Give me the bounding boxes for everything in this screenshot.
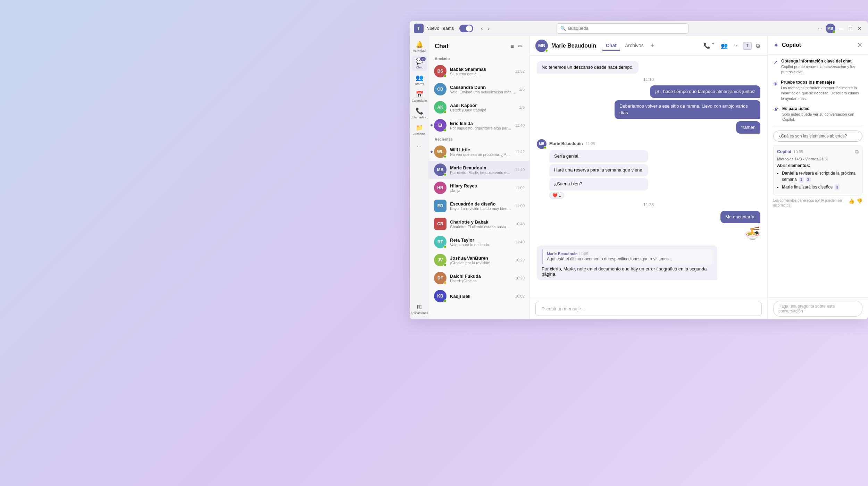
copilot-date-range: Miércoles 14/3 - Viernes 21/3 xyxy=(777,157,859,161)
chat-item-babak[interactable]: BS Babak Shammas Sí, suena genial. 11:32 xyxy=(429,62,529,80)
copilot-items-list: Daniella revisará el script de la próxim… xyxy=(777,170,859,190)
chat-item-cassandra[interactable]: CD Cassandra Dunn Vale. Enviaré una actu… xyxy=(429,80,529,98)
reaction-pill-heart[interactable]: ❤️ 1 xyxy=(549,192,564,199)
avatar-escuadron: ED xyxy=(434,200,446,212)
title-bar: T Nuevo Teams ‹ › 🔍 ··· MB — □ ✕ xyxy=(410,21,868,36)
chat-item-reta[interactable]: RT Reta Taylor Vale, ahora lo entiendo. … xyxy=(429,233,529,251)
thumbs-down-button[interactable]: 👎 xyxy=(857,198,862,204)
msg-bubble-encantaria: Me encantaría. xyxy=(720,211,760,223)
sidebar-item-apps[interactable]: ⊞ Aplicaciones xyxy=(412,301,427,317)
people-button[interactable]: 👥 xyxy=(719,41,730,50)
copilot-copy-button[interactable]: ⧉ xyxy=(855,149,859,155)
chat-header-avatar: MB xyxy=(535,40,548,52)
message-row-mine1: ¡Sí, hace tiempo que tampoco almorzamos … xyxy=(537,85,760,98)
chat-nav-label: Chat xyxy=(416,66,423,69)
chat-list-header: Chat ≡ ✏ xyxy=(429,36,529,54)
sidebar-item-more[interactable]: ··· xyxy=(412,139,427,154)
copilot-action-button[interactable]: ¿Cuáles son los elementos abiertos? xyxy=(773,131,862,142)
nuevo-teams-toggle[interactable] xyxy=(459,25,473,32)
minimize-button[interactable]: — xyxy=(837,24,846,33)
chat-preview-will: No veo que sea un problema. ¿Puedes... xyxy=(450,152,511,157)
calendar-label: Calendario xyxy=(412,99,427,102)
chat-more-button[interactable]: ··· xyxy=(732,41,741,50)
chat-name-eric: Eric Ishida xyxy=(450,121,511,126)
sidebar-item-chat[interactable]: 💬 2 Chat xyxy=(412,56,427,71)
app-window: T Nuevo Teams ‹ › 🔍 ··· MB — □ ✕ xyxy=(410,21,868,319)
copilot-close-button[interactable]: ✕ xyxy=(857,41,862,49)
calendar-icon: 📅 xyxy=(416,91,423,98)
chat-item-marie[interactable]: MB Marie Beaudouin Por cierto, Marie, he… xyxy=(429,161,529,179)
copilot-item-person-1: Daniella xyxy=(782,171,798,176)
add-tab-button[interactable]: + xyxy=(649,41,657,50)
chat-preview-aadi: Usted: ¡Buen trabajo! xyxy=(450,108,516,112)
quoted-message-container: Marie Beaudouin 11:05 Aquí está el últim… xyxy=(537,245,717,280)
back-button[interactable]: ‹ xyxy=(479,24,485,33)
copilot-feature-text-private: Es para usted Solo usted puede ver su co… xyxy=(782,106,862,123)
copilot-open-label: Abrir elementos: xyxy=(777,163,859,168)
search-input[interactable] xyxy=(568,26,685,31)
tab-archivos[interactable]: Archivos xyxy=(621,41,647,51)
chat-item-will[interactable]: WL Will Little No veo que sea un problem… xyxy=(429,143,529,161)
msg-bubble-seria: Sería genial. xyxy=(549,150,648,162)
copilot-feature-title-messages: Pruebe todos los mensajes xyxy=(781,80,862,85)
chat-preview-escuadron: Kayo: La revisión ha ido muy bien. Tengo… xyxy=(450,207,511,211)
sidebar-item-files[interactable]: 📁 Archivos xyxy=(412,122,427,137)
search-icon: 🔍 xyxy=(560,26,566,31)
chat-item-kadji[interactable]: KB Kadji Bell 10:02 xyxy=(429,287,529,305)
chat-item-joshua[interactable]: JV Joshua VanBuren ¡Gracias por la revis… xyxy=(429,251,529,269)
copilot-header: ✦ Copilot ✕ xyxy=(768,36,868,55)
chat-list-title: Chat xyxy=(435,43,507,50)
copilot-divider xyxy=(773,127,862,127)
msg-sender-time: 11:25 xyxy=(586,142,595,146)
new-chat-button[interactable]: ✏ xyxy=(517,42,524,51)
chat-item-aadi[interactable]: AK Aadi Kapoor Usted: ¡Buen trabajo! 2/6 xyxy=(429,98,529,116)
sidebar-item-calendar[interactable]: 📅 Calendario xyxy=(412,89,427,104)
chat-item-hilary[interactable]: HR Hilary Reyes ¡Ja, ja! 11:02 xyxy=(429,179,529,197)
copilot-icon: ✦ xyxy=(773,41,779,49)
avatar-cassandra: CD xyxy=(434,83,446,95)
chat-main: MB Marie Beaudouin Chat Archivos + 📞 ˅ 👥… xyxy=(530,36,767,319)
copilot-badge-1b: 2 xyxy=(806,177,811,183)
calls-label: Llamadas xyxy=(412,116,426,119)
copilot-msg-sender: Copilot xyxy=(777,149,791,154)
thumbs-up-button[interactable]: 👍 xyxy=(849,198,854,204)
close-button[interactable]: ✕ xyxy=(856,24,864,33)
message-bubble-mine2: Deberíamos volver a ese sitio de ramne. … xyxy=(615,100,760,119)
files-label: Archivos xyxy=(413,132,425,136)
chat-item-info-marie: Marie Beaudouin Por cierto, Marie, he ob… xyxy=(450,165,511,175)
popout-button[interactable]: ⧉ xyxy=(754,41,762,50)
forward-button[interactable]: › xyxy=(486,24,492,33)
avatar-babak: BS xyxy=(434,65,446,77)
chat-item-eric[interactable]: EI Eric Ishida Por supuesto, organizaré … xyxy=(429,116,529,134)
quoted-msg: Marie Beaudouin 11:05 Aquí está el últim… xyxy=(542,249,712,264)
copilot-feature-private: 👁 Es para usted Solo usted puede ver su … xyxy=(773,106,862,123)
maximize-button[interactable]: □ xyxy=(847,24,854,33)
avatar-charlotte: CB xyxy=(434,218,446,230)
copilot-feature-desc-messages: Los mensajes permiten obtener fácilmente… xyxy=(781,85,862,101)
tab-chat[interactable]: Chat xyxy=(602,41,620,51)
sidebar-item-calls[interactable]: 📞 Llamadas xyxy=(412,106,427,121)
copilot-input[interactable]: Haga una pregunta sobre esta conversació… xyxy=(773,301,862,317)
noodle-emoji: 🍜 xyxy=(745,226,760,241)
copilot-feature-info: ↗ Obtenga información clave del chat Cop… xyxy=(773,59,862,75)
apps-icon: ⊞ xyxy=(417,303,422,311)
message-bubble-mine1: ¡Sí, hace tiempo que tampoco almorzamos … xyxy=(650,85,760,98)
chat-list: Chat ≡ ✏ Anclado BS Babak Shammas Sí, su… xyxy=(429,36,530,319)
chat-item-info-eric: Eric Ishida Por supuesto, organizaré alg… xyxy=(450,121,511,130)
chat-name-charlotte: Charlotte y Babak xyxy=(450,219,511,225)
search-bar[interactable]: 🔍 xyxy=(557,23,688,34)
more-options-button[interactable]: ··· xyxy=(816,24,824,33)
chat-input-box[interactable]: Escribir un mensaje... xyxy=(535,302,762,316)
user-avatar[interactable]: MB xyxy=(826,24,835,33)
filter-button[interactable]: ≡ xyxy=(509,42,515,51)
main-layout: 🔔 Actividad 💬 2 Chat 👥 Teams 📅 Calendari… xyxy=(410,36,868,319)
call-button[interactable]: 📞 ˅ xyxy=(701,41,717,50)
sidebar-item-activity[interactable]: 🔔 Actividad xyxy=(412,39,427,54)
sidebar-item-teams[interactable]: 👥 Teams xyxy=(412,72,427,87)
chat-item-daichi[interactable]: DF Daichi Fukuda Usted: ¡Gracias! 10:20 xyxy=(429,269,529,287)
chat-item-charlotte[interactable]: CB Charlotte y Babak Charlotte: El clien… xyxy=(429,215,529,233)
copilot-badge-1a: 1 xyxy=(799,177,804,183)
teams-chat-button[interactable]: T xyxy=(743,42,752,50)
chat-item-escuadron[interactable]: ED Escuadrón de diseño Kayo: La revisión… xyxy=(429,197,529,215)
chat-name-aadi: Aadi Kapoor xyxy=(450,103,516,108)
